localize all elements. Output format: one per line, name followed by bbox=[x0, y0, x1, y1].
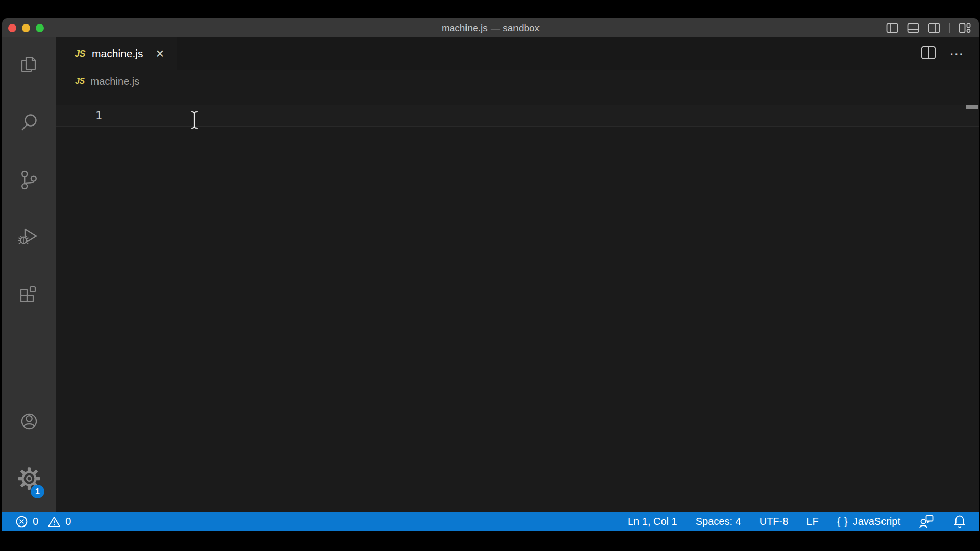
javascript-file-icon: JS bbox=[75, 48, 85, 59]
language-mode-button[interactable]: { } JavaScript bbox=[837, 516, 900, 528]
editor-group: JS machine.js × ⋯ JS machine.js bbox=[56, 37, 979, 512]
close-window-button[interactable] bbox=[8, 24, 16, 32]
feedback-person-icon bbox=[919, 514, 934, 529]
warning-count: 0 bbox=[65, 516, 71, 528]
indentation-button[interactable]: Spaces: 4 bbox=[696, 516, 741, 528]
notifications-button[interactable] bbox=[952, 514, 967, 529]
sidebar-left-icon bbox=[886, 23, 898, 33]
encoding-button[interactable]: UTF-8 bbox=[760, 516, 789, 528]
toggle-primary-sidebar-button[interactable] bbox=[886, 23, 898, 33]
problems-button[interactable]: 0 0 bbox=[15, 515, 71, 528]
activity-bar-bottom: 1 bbox=[2, 393, 56, 507]
warning-icon bbox=[47, 515, 61, 528]
bell-icon bbox=[952, 514, 967, 529]
more-actions-button[interactable]: ⋯ bbox=[949, 45, 965, 62]
zoom-window-button[interactable] bbox=[36, 24, 44, 32]
feedback-button[interactable] bbox=[919, 514, 934, 529]
extensions-icon bbox=[17, 282, 41, 307]
account-icon bbox=[16, 409, 42, 434]
status-bar-right: Ln 1, Col 1 Spaces: 4 UTF-8 LF { } JavaS… bbox=[628, 514, 967, 529]
mouse-ibeam-cursor bbox=[190, 111, 199, 131]
window-controls bbox=[2, 24, 44, 32]
minimize-window-button[interactable] bbox=[22, 24, 30, 32]
code-editor[interactable]: 1 bbox=[56, 92, 979, 512]
split-editor-button[interactable] bbox=[921, 46, 936, 62]
breadcrumb-file-name[interactable]: machine.js bbox=[91, 76, 140, 87]
activity-search-button[interactable] bbox=[2, 94, 56, 152]
toggle-panel-button[interactable] bbox=[907, 23, 919, 33]
customize-layout-icon bbox=[959, 23, 971, 33]
toggle-secondary-sidebar-button[interactable] bbox=[928, 23, 940, 33]
settings-button[interactable]: 1 bbox=[2, 450, 56, 507]
tab-machine-js[interactable]: JS machine.js × bbox=[56, 37, 177, 70]
titlebar-separator bbox=[949, 23, 950, 33]
source-control-icon bbox=[18, 169, 40, 191]
braces-icon: { } bbox=[837, 516, 848, 528]
layout-controls bbox=[886, 18, 971, 37]
eol-button[interactable]: LF bbox=[806, 516, 818, 528]
content-area: 1 JS machine.js × bbox=[2, 37, 979, 512]
close-tab-button[interactable]: × bbox=[156, 47, 164, 61]
activity-source-control-button[interactable] bbox=[2, 152, 56, 209]
status-bar-left: 0 0 bbox=[15, 515, 71, 528]
customize-layout-button[interactable] bbox=[959, 23, 971, 33]
language-label: JavaScript bbox=[853, 516, 900, 528]
breadcrumb[interactable]: JS machine.js bbox=[56, 70, 979, 92]
settings-badge: 1 bbox=[31, 485, 44, 498]
panel-icon bbox=[907, 23, 919, 33]
tab-label: machine.js bbox=[92, 47, 143, 60]
sidebar-right-icon bbox=[928, 23, 940, 33]
activity-extensions-button[interactable] bbox=[2, 266, 56, 323]
cursor-position-button[interactable]: Ln 1, Col 1 bbox=[628, 516, 677, 528]
error-count: 0 bbox=[33, 516, 38, 528]
title-bar: machine.js — sandbox bbox=[2, 18, 979, 37]
error-icon bbox=[15, 515, 28, 528]
line-number[interactable]: 1 bbox=[56, 109, 102, 122]
activity-run-debug-button[interactable] bbox=[2, 209, 56, 266]
editor-actions: ⋯ bbox=[921, 37, 979, 70]
explorer-files-icon bbox=[17, 54, 41, 78]
vscode-window: machine.js — sandbox bbox=[2, 18, 979, 531]
activity-bar: 1 bbox=[2, 37, 56, 512]
split-editor-icon bbox=[921, 46, 936, 60]
tab-bar: JS machine.js × ⋯ bbox=[56, 37, 979, 70]
status-bar: 0 0 Ln 1, Col 1 Spaces: 4 UTF-8 LF { } J… bbox=[2, 512, 979, 531]
run-debug-icon bbox=[17, 225, 41, 249]
window-title: machine.js — sandbox bbox=[2, 22, 979, 34]
overview-ruler-marker bbox=[966, 105, 978, 109]
activity-explorer-button[interactable] bbox=[2, 37, 56, 94]
javascript-file-icon: JS bbox=[75, 77, 85, 86]
search-icon bbox=[17, 111, 41, 135]
account-button[interactable] bbox=[2, 393, 56, 450]
